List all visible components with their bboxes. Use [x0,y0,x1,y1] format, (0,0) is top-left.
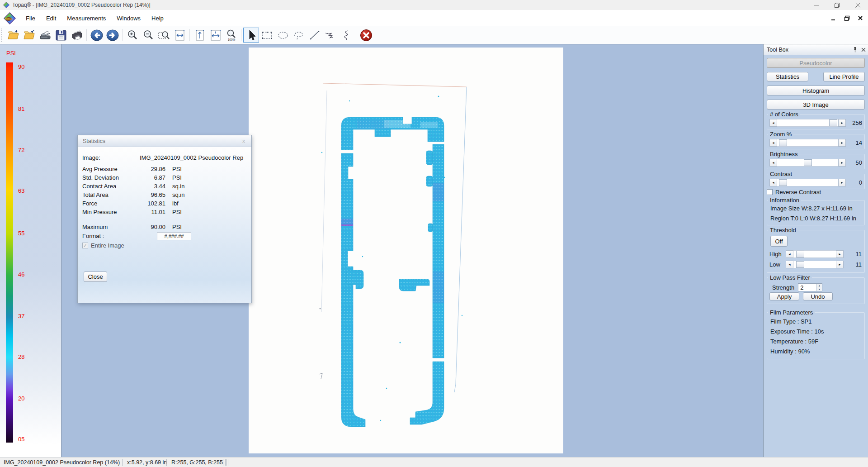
rect-select-icon [261,29,274,41]
menu-windows[interactable]: Windows [111,10,146,26]
slider-right-arrow[interactable]: ► [838,119,846,127]
threshold-off-button[interactable]: Off [770,236,788,247]
close-button[interactable]: Close [84,272,107,282]
slider-thumb[interactable] [779,179,787,186]
toolbar-grip[interactable] [1,29,4,42]
strength-spinner[interactable]: 2 ▲▼ [798,283,822,291]
slider-track[interactable] [777,159,838,167]
format-input[interactable]: #,###.## [157,232,191,240]
rect-select-button[interactable] [259,28,275,43]
save-button[interactable] [53,28,69,43]
apply-button[interactable]: Apply [769,292,799,300]
film-type: Film Type : SP1 [770,318,862,325]
fit-height-button[interactable] [192,28,208,43]
fit-height-icon [193,29,206,41]
slider-thumb[interactable] [796,261,804,268]
lasso-select-button[interactable] [291,28,307,43]
scale-tick: 37 [18,313,24,319]
mdi-minimize-icon[interactable] [829,14,837,22]
num-colors-slider[interactable]: ◄ ► [769,119,846,127]
stat-unit: PSI [172,174,182,181]
minimize-window-icon[interactable] [806,0,826,10]
pointer-tool-button[interactable] [243,28,259,43]
slider-left-arrow[interactable]: ◄ [769,159,777,167]
pseudocolor-button[interactable]: Pseudocolor [767,58,865,68]
spin-up-icon[interactable]: ▲ [816,284,822,287]
stat-value: 90.00 [135,224,165,230]
print-button[interactable] [69,28,85,43]
restore-window-icon[interactable] [826,0,847,10]
close-window-icon[interactable] [847,0,868,10]
line-tool-button[interactable] [307,28,322,43]
entire-image-label: Entire Image [91,242,124,249]
stat-label: Avg Pressure [82,166,135,172]
slider-track[interactable] [793,250,836,258]
menu-edit[interactable]: Edit [41,10,61,26]
slider-thumb[interactable] [829,119,837,126]
forward-button[interactable] [104,28,120,43]
brightness-slider[interactable]: ◄ ► [769,159,846,167]
slider-track[interactable] [777,119,838,127]
slider-track[interactable] [793,261,836,268]
slider-left-arrow[interactable]: ◄ [786,250,793,258]
scan-button[interactable] [37,28,53,43]
reverse-contrast-checkbox[interactable] [767,189,773,195]
fit-page-button[interactable] [208,28,223,43]
3d-image-button[interactable]: 3D Image [767,100,865,110]
slider-right-arrow[interactable]: ► [836,261,844,268]
slider-right-arrow[interactable]: ► [838,159,846,167]
threshold-low-slider[interactable]: ◄ ► [786,261,844,268]
fit-width-button[interactable] [172,28,188,43]
mdi-close-icon[interactable] [856,14,864,22]
slider-left-arrow[interactable]: ◄ [769,139,777,147]
zoom-100-button[interactable]: 100% [223,28,239,43]
abort-icon [359,29,373,42]
slider-thumb[interactable] [804,159,812,166]
zoom-in-icon [127,29,138,41]
ellipse-select-button[interactable] [275,28,291,43]
stat-label: Contact Area [82,183,135,190]
slider-right-arrow[interactable]: ► [838,139,846,147]
zoom-in-button[interactable] [124,28,140,43]
slider-left-arrow[interactable]: ◄ [786,261,793,268]
slider-track[interactable] [777,179,838,186]
import-file-button[interactable] [21,28,37,43]
toolbox-close-icon[interactable] [861,48,866,52]
threshold-high-slider[interactable]: ◄ ► [786,250,844,258]
contrast-slider[interactable]: ◄ ► [769,179,846,186]
curve-tool-button[interactable] [338,28,354,43]
slider-right-arrow[interactable]: ► [836,250,844,258]
slider-track[interactable] [777,139,838,147]
statistics-dialog-close-icon[interactable]: x [240,138,248,144]
entire-image-checkbox[interactable]: ✓ [82,243,88,248]
zoom-region-button[interactable] [156,28,172,43]
open-file-button[interactable] [5,28,21,43]
slider-left-arrow[interactable]: ◄ [769,179,777,186]
histogram-button[interactable]: Histogram [767,86,865,95]
stat-value: IMG_20240109_0002 Pseudocolor Rep [140,154,243,161]
polyline-tool-button[interactable] [322,28,338,43]
pin-icon[interactable] [853,47,858,52]
mdi-restore-icon[interactable] [843,14,851,22]
brightness-value: 50 [846,159,862,166]
scale-tick: 81 [18,105,24,112]
slider-thumb[interactable] [779,139,787,146]
zoom-out-button[interactable] [140,28,156,43]
spin-down-icon[interactable]: ▼ [816,287,822,291]
back-button[interactable] [89,28,104,43]
menu-file[interactable]: File [20,10,41,26]
menu-measurements[interactable]: Measurements [61,10,111,26]
zoom-slider[interactable]: ◄ ► [769,139,846,147]
line-profile-button[interactable]: Line Profile [823,72,865,81]
slider-right-arrow[interactable]: ► [838,179,846,186]
undo-button[interactable]: Undo [803,292,833,300]
scale-tick: 20 [18,395,24,402]
menu-help[interactable]: Help [146,10,169,26]
slider-left-arrow[interactable]: ◄ [769,119,777,127]
statistics-button[interactable]: Statistics [767,72,808,81]
statistics-dialog-title-bar[interactable]: Statistics x [78,135,251,147]
num-colors-value: 256 [846,119,862,126]
abort-button[interactable] [358,28,374,43]
pressure-film-image[interactable] [249,48,563,453]
slider-thumb[interactable] [796,251,804,257]
